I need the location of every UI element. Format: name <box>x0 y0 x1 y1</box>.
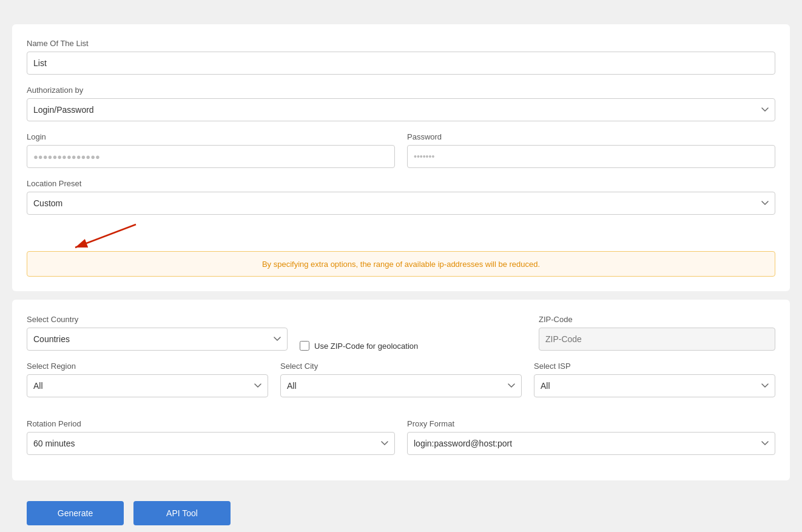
region-label: Select Region <box>27 362 268 371</box>
city-label: Select City <box>280 362 522 371</box>
password-field-group: Password <box>407 132 775 179</box>
auth-label: Authorization by <box>27 86 775 95</box>
proxy-format-label: Proxy Format <box>407 419 775 428</box>
auth-field-group: Authorization by Login/Password IP White… <box>27 86 775 121</box>
warning-banner: By specifying extra options, the range o… <box>27 251 775 277</box>
isp-label: Select ISP <box>534 362 775 371</box>
login-input[interactable] <box>27 145 395 168</box>
select-country-col: Select Country Countries <box>27 315 288 351</box>
list-name-label: Name Of The List <box>27 39 775 48</box>
login-field-group: Login <box>27 132 395 168</box>
bottom-card: Select Country Countries Use ZIP-Code fo… <box>12 300 790 480</box>
login-password-row: Login Password <box>27 132 775 179</box>
rotation-label: Rotation Period <box>27 419 395 428</box>
isp-select[interactable]: All <box>534 374 775 397</box>
location-preset-select[interactable]: Custom United States Europe Asia <box>27 192 775 215</box>
list-name-input[interactable] <box>27 52 775 75</box>
region-city-isp-row: Select Region All Select City All Select… <box>27 362 775 408</box>
rotation-field-group: Rotation Period 60 minutes 30 minutes 10… <box>27 419 395 455</box>
zip-code-label: ZIP-Code <box>539 315 775 324</box>
zip-input-col: ZIP-Code <box>539 315 775 351</box>
city-select[interactable]: All <box>280 374 522 397</box>
select-country-label: Select Country <box>27 315 288 324</box>
region-field-group: Select Region All <box>27 362 268 397</box>
zip-code-input[interactable] <box>539 328 775 351</box>
zip-checkbox[interactable] <box>300 341 309 351</box>
zip-checkbox-label[interactable]: Use ZIP-Code for geolocation <box>300 341 418 351</box>
red-arrow-annotation <box>63 218 142 252</box>
location-preset-label: Location Preset <box>27 179 775 188</box>
country-select[interactable]: Countries <box>27 328 288 351</box>
button-row: Generate API Tool <box>12 489 790 532</box>
name-field-group: Name Of The List <box>27 39 775 75</box>
isp-field-group: Select ISP All <box>534 362 775 408</box>
page-container: Name Of The List Authorization by Login/… <box>12 12 790 532</box>
login-label: Login <box>27 132 395 141</box>
zip-checkbox-col: Use ZIP-Code for geolocation <box>300 328 527 351</box>
auth-select[interactable]: Login/Password IP Whitelisting <box>27 98 775 121</box>
api-tool-button[interactable]: API Tool <box>133 501 231 525</box>
rotation-proxy-row: Rotation Period 60 minutes 30 minutes 10… <box>27 419 775 466</box>
password-input[interactable] <box>407 145 775 168</box>
generate-button[interactable]: Generate <box>27 501 124 525</box>
location-preset-field-group: Location Preset Custom United States Eur… <box>27 179 775 215</box>
zip-checkbox-text: Use ZIP-Code for geolocation <box>314 342 418 351</box>
proxy-format-select[interactable]: login:password@host:port host:port:login… <box>407 432 775 455</box>
rotation-select[interactable]: 60 minutes 30 minutes 10 minutes 5 minut… <box>27 432 395 455</box>
svg-line-1 <box>75 224 136 247</box>
country-zip-row: Select Country Countries Use ZIP-Code fo… <box>27 314 775 351</box>
top-card: Name Of The List Authorization by Login/… <box>12 24 790 291</box>
proxy-format-field-group: Proxy Format login:password@host:port ho… <box>407 419 775 466</box>
region-select[interactable]: All <box>27 374 268 397</box>
city-field-group: Select City All <box>280 362 522 397</box>
password-label: Password <box>407 132 775 141</box>
warning-text: By specifying extra options, the range o… <box>262 260 540 269</box>
